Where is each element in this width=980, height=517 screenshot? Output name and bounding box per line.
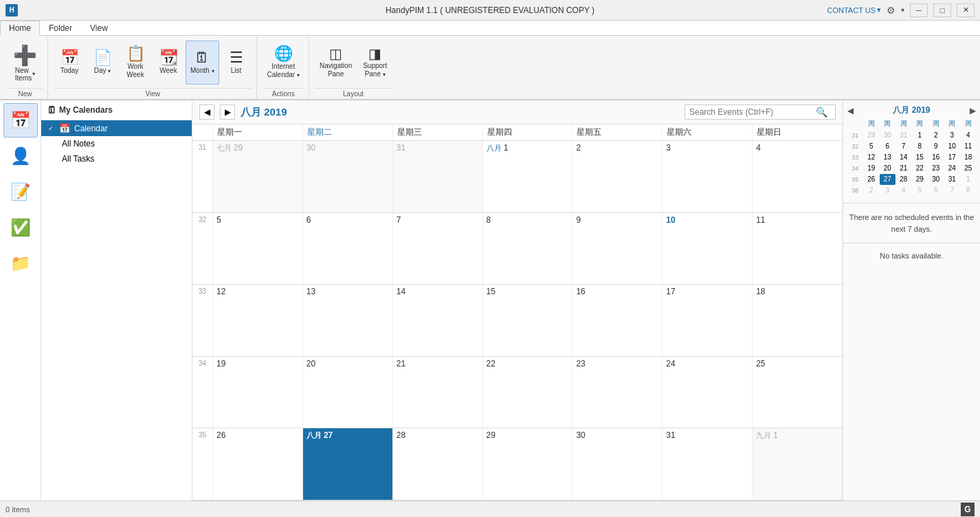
mini-day-9[interactable]: 9 (928, 141, 944, 152)
mini-day-1[interactable]: 1 (912, 130, 928, 141)
mini-day-12[interactable]: 12 (864, 152, 880, 163)
cal-day-jul31[interactable]: 31 (393, 141, 483, 212)
cal-day-aug3[interactable]: 3 (662, 141, 753, 212)
cal-day-aug8[interactable]: 8 (483, 213, 573, 285)
mini-day-15[interactable]: 15 (912, 152, 928, 163)
close-button[interactable]: ✕ (957, 3, 975, 17)
mini-day-31b[interactable]: 31 (944, 174, 960, 185)
calendar-checkbox[interactable]: ✓ (47, 124, 55, 133)
contact-us-button[interactable]: CONTACT US ▾ (827, 6, 882, 14)
search-events-box[interactable]: 🔍 (684, 104, 836, 120)
mini-day-19[interactable]: 19 (864, 163, 880, 174)
mini-day-24[interactable]: 24 (944, 163, 960, 174)
cal-day-aug16[interactable]: 16 (572, 285, 662, 356)
navigation-pane-button[interactable]: ◫ Navigation Pane (315, 41, 357, 85)
cal-day-aug2[interactable]: 2 (572, 141, 662, 212)
mini-day-28[interactable]: 28 (896, 174, 912, 185)
cal-day-aug10[interactable]: 10 (662, 213, 753, 285)
mini-day-29[interactable]: 29 (864, 130, 880, 141)
mini-day-3b[interactable]: 3 (880, 185, 895, 196)
work-week-button[interactable]: 📋 Work Week (120, 41, 151, 85)
cal-day-aug30[interactable]: 30 (572, 428, 662, 500)
mini-day-3[interactable]: 3 (944, 130, 960, 141)
settings-icon[interactable]: ⚙ (887, 5, 895, 16)
mini-day-2[interactable]: 2 (928, 130, 944, 141)
mini-day-1b[interactable]: 1 (961, 174, 977, 185)
mini-day-11[interactable]: 11 (961, 141, 977, 152)
mini-day-10[interactable]: 10 (944, 141, 960, 152)
mini-day-7b[interactable]: 7 (944, 185, 960, 196)
cal-day-aug27[interactable]: 八月 27 (303, 428, 393, 500)
cal-day-aug19[interactable]: 19 (213, 357, 303, 428)
mini-day-20[interactable]: 20 (880, 163, 895, 174)
mini-day-17[interactable]: 17 (944, 152, 960, 163)
mini-day-14[interactable]: 14 (896, 152, 912, 163)
mini-day-7[interactable]: 7 (896, 141, 912, 152)
cal-day-aug28[interactable]: 28 (393, 428, 483, 500)
nav-tasks-button[interactable]: ✅ (3, 210, 38, 245)
cal-day-aug23[interactable]: 23 (572, 357, 662, 428)
new-items-button[interactable]: ➕ New Items ▾ (7, 41, 43, 85)
cal-day-sep1[interactable]: 九月 1 (753, 428, 843, 500)
sidebar-item-all-tasks[interactable]: All Tasks (41, 151, 192, 166)
nav-notes-button[interactable]: 📝 (3, 175, 38, 209)
internet-calendar-button[interactable]: 🌐 Internet Calendar ▾ (263, 41, 304, 85)
cal-day-aug6[interactable]: 6 (303, 213, 393, 285)
mini-day-5b[interactable]: 5 (912, 185, 928, 196)
cal-day-aug5[interactable]: 5 (213, 213, 303, 285)
nav-folders-button[interactable]: 📁 (3, 246, 38, 280)
sidebar-item-all-notes[interactable]: All Notes (41, 136, 192, 151)
sidebar-item-calendar[interactable]: ✓ 📅 Calendar (41, 120, 192, 136)
cal-day-aug26[interactable]: 26 (213, 428, 303, 500)
search-events-input[interactable] (689, 107, 813, 117)
cal-day-aug25[interactable]: 25 (753, 357, 843, 428)
mini-day-4b[interactable]: 4 (896, 185, 912, 196)
mini-day-27-selected[interactable]: 27 (880, 174, 895, 185)
mini-day-30b[interactable]: 30 (928, 174, 944, 185)
mini-prev-month-button[interactable]: ◀ (847, 106, 854, 116)
cal-day-aug17[interactable]: 17 (662, 285, 753, 356)
cal-day-aug22[interactable]: 22 (483, 357, 573, 428)
cal-day-aug21[interactable]: 21 (393, 357, 483, 428)
cal-day-aug18[interactable]: 18 (753, 285, 843, 356)
cal-day-aug13[interactable]: 13 (303, 285, 393, 356)
mini-day-18[interactable]: 18 (961, 152, 977, 163)
mini-day-26[interactable]: 26 (864, 174, 880, 185)
mini-day-25[interactable]: 25 (961, 163, 977, 174)
mini-day-23[interactable]: 23 (928, 163, 944, 174)
nav-calendar-button[interactable]: 📅 (3, 103, 38, 138)
mini-next-month-button[interactable]: ▶ (970, 106, 976, 116)
cal-day-aug14[interactable]: 14 (393, 285, 483, 356)
cal-day-aug7[interactable]: 7 (393, 213, 483, 285)
cal-day-aug24[interactable]: 24 (662, 357, 753, 428)
mini-day-13[interactable]: 13 (880, 152, 895, 163)
dropdown-icon[interactable]: ▾ (901, 6, 904, 14)
mini-day-8b[interactable]: 8 (961, 185, 977, 196)
week-button[interactable]: 📆 Week (153, 41, 184, 85)
support-pane-button[interactable]: ◨ Support Pane ▾ (358, 41, 392, 85)
list-button[interactable]: ☰ List (221, 41, 252, 85)
prev-month-button[interactable]: ◀ (199, 104, 214, 120)
maximize-button[interactable]: □ (933, 3, 951, 17)
cal-day-aug4[interactable]: 4 (753, 141, 843, 212)
mini-day-5[interactable]: 5 (864, 141, 880, 152)
cal-day-jul30[interactable]: 30 (303, 141, 393, 212)
cal-day-aug29[interactable]: 29 (483, 428, 573, 500)
nav-contacts-button[interactable]: 👤 (3, 139, 38, 173)
cal-day-aug12[interactable]: 12 (213, 285, 303, 356)
day-button[interactable]: 📄 Day ▾ (87, 41, 118, 85)
mini-day-6b[interactable]: 6 (928, 185, 944, 196)
next-month-button[interactable]: ▶ (220, 104, 235, 120)
tab-view[interactable]: View (81, 21, 117, 35)
today-button[interactable]: 📅 Today (54, 41, 85, 85)
cal-day-aug11[interactable]: 11 (753, 213, 843, 285)
tab-home[interactable]: Home (0, 21, 40, 36)
mini-day-30[interactable]: 30 (880, 130, 895, 141)
mini-day-2b[interactable]: 2 (864, 185, 880, 196)
mini-day-16[interactable]: 16 (928, 152, 944, 163)
cal-day-aug9[interactable]: 9 (572, 213, 662, 285)
mini-day-29b[interactable]: 29 (912, 174, 928, 185)
mini-day-8[interactable]: 8 (912, 141, 928, 152)
mini-day-4[interactable]: 4 (961, 130, 977, 141)
mini-day-6[interactable]: 6 (880, 141, 895, 152)
